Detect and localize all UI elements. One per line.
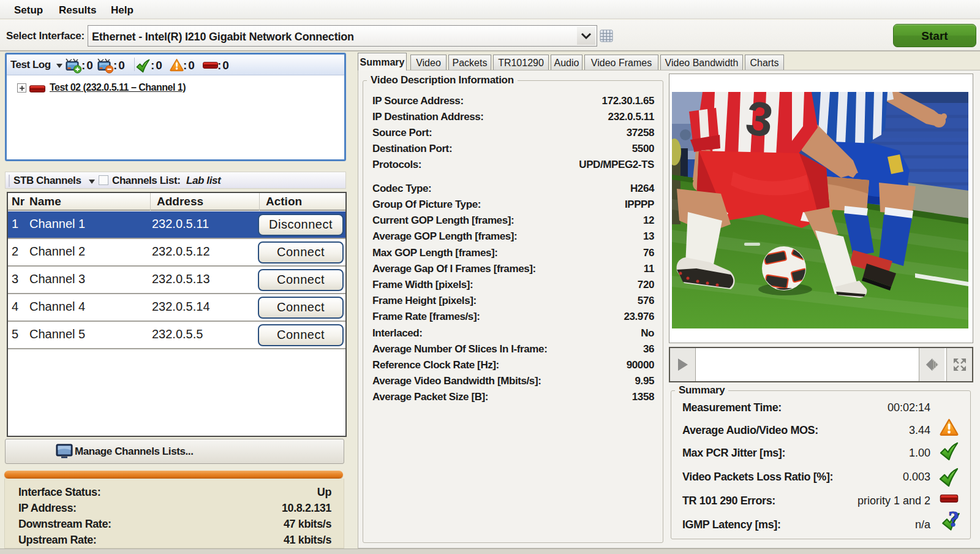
svg-text:?: ? [948,508,959,531]
